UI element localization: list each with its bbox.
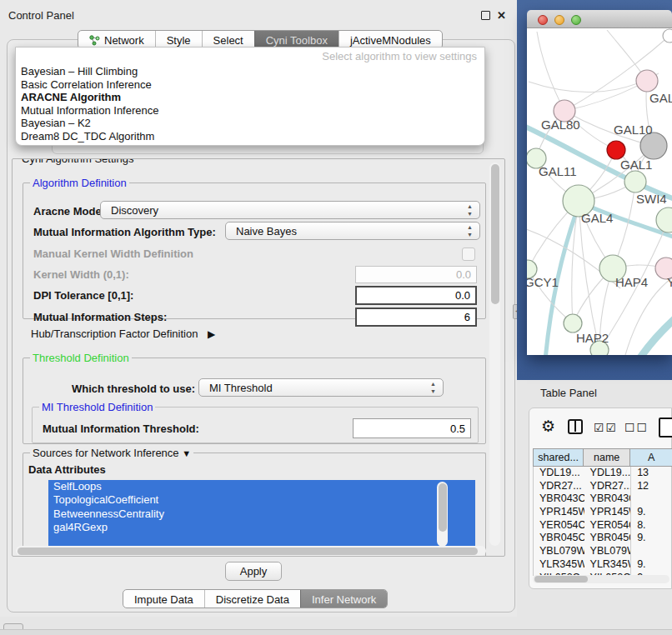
table-row[interactable]: YBR043CYBR043C [534, 492, 672, 506]
threshold-definition-group: Threshold Definition Which threshold to … [23, 358, 486, 444]
network-node-hap2[interactable] [564, 314, 582, 332]
attribute-item-gal4rgexp[interactable]: gal4RGexp [48, 521, 475, 534]
mi-steps-field[interactable] [355, 308, 477, 327]
network-graph: GALGAL80GAL10GAL11GAL1SWI4GAL4GCY1HAP4YH… [527, 28, 672, 355]
network-node-gal1[interactable] [624, 171, 646, 192]
table-cell: YDL19... [584, 467, 631, 480]
table-horizontal-scrollbar[interactable] [533, 575, 669, 583]
table-header-row: shared...nameA [533, 448, 672, 467]
cyni-settings-legend: Cyni Algorithm Settings [19, 158, 136, 165]
table-row[interactable]: YBR045CYBR045C9. [534, 532, 672, 545]
table-cell: YBR045C [584, 532, 631, 545]
node-label-gal1: GAL1 [620, 158, 652, 172]
tab-label: jActiveMNodules [350, 34, 431, 47]
threshold-definition-legend: Threshold Definition [30, 352, 132, 364]
tab-label: Discretize Data [216, 593, 289, 606]
table-cell: 12 [630, 480, 672, 493]
tab-cyni-toolbox[interactable]: Cyni Toolbox [254, 31, 339, 48]
table-cell [630, 492, 672, 506]
float-window-icon[interactable] [481, 11, 490, 20]
apply-button[interactable]: Apply [225, 562, 282, 581]
columns-icon[interactable] [568, 419, 583, 434]
tab-style[interactable]: Style [155, 31, 202, 48]
dpi-tolerance-label: DPI Tolerance [0,1]: [33, 289, 133, 302]
mi-threshold-field[interactable] [353, 418, 471, 438]
tab-discretize-data[interactable]: Discretize Data [204, 590, 300, 608]
mi-algorithm-type-label: Mutual Information Algorithm Type: [33, 226, 216, 238]
algorithm-option-mutual-information-inference[interactable]: Mutual Information Inference [19, 104, 481, 118]
deselect-all-icon[interactable]: ☐☐ [624, 421, 649, 434]
node-label-gal11: GAL11 [539, 164, 577, 178]
table-row[interactable]: YBL079WYBL079W [534, 545, 672, 558]
node-label-gal4: GAL4 [581, 211, 613, 225]
mac-minimize-icon[interactable] [554, 15, 564, 25]
table-row[interactable]: YDR27...YDR27...12 [534, 480, 672, 493]
column-header-a[interactable]: A [630, 448, 672, 467]
select-all-icon[interactable]: ☑☑ [594, 421, 618, 434]
algorithm-option-aracne-algorithm[interactable]: ARACNE Algorithm [19, 91, 481, 104]
attributes-scrollbar[interactable] [437, 482, 448, 547]
network-node[interactable] [607, 141, 625, 159]
manual-kernel-width-checkbox[interactable] [462, 248, 475, 261]
mi-algorithm-type-combo[interactable]: Naive Bayes ▲▼ [225, 222, 480, 240]
edge [537, 32, 564, 111]
sources-legend-text: Sources for Network Inference [33, 447, 179, 459]
table-cell: YBL079W [584, 545, 631, 558]
close-window-icon[interactable]: ✕ [497, 11, 506, 20]
table-cell: 9. [630, 558, 672, 572]
table-cell: YBR043C [584, 492, 631, 506]
gear-icon[interactable]: ⚙ [541, 417, 555, 436]
table-panel-card: ⚙ ☑☑ ☐☐ shared...nameA YDL19...YDL19...1… [529, 408, 672, 589]
tab-network[interactable]: Network [78, 31, 155, 48]
network-node[interactable] [663, 29, 672, 42]
aracne-mode-value: Discovery [111, 204, 158, 217]
table-cell: 9. [630, 532, 672, 545]
table-row[interactable]: YDL19...YDL19...13 [534, 467, 672, 480]
node-label-hap4: HAP4 [615, 275, 648, 289]
network-canvas[interactable]: GALGAL80GAL10GAL11GAL1SWI4GAL4GCY1HAP4YH… [527, 28, 672, 355]
mac-close-icon[interactable] [538, 15, 548, 25]
attribute-item-selfloops[interactable]: SelfLoops [48, 480, 475, 493]
which-threshold-label: Which threshold to use: [72, 382, 195, 395]
settings-vertical-scrollbar[interactable] [489, 162, 500, 546]
which-threshold-combo[interactable]: MI Threshold ▲▼ [198, 378, 444, 397]
mac-zoom-icon[interactable] [571, 15, 581, 25]
algorithm-option-basic-correlation-inference[interactable]: Basic Correlation Inference [19, 78, 481, 92]
mi-algorithm-type-value: Naive Bayes [236, 225, 297, 238]
kernel-width-field[interactable] [355, 266, 477, 283]
tab-select[interactable]: Select [202, 31, 254, 48]
settings-horizontal-scrollbar[interactable] [16, 546, 486, 556]
column-header-shared[interactable]: shared... [533, 448, 584, 467]
mi-threshold-label: Mutual Information Threshold: [43, 422, 199, 435]
algorithm-option-bayesian-hill-climbing[interactable]: Bayesian – Hill Climbing [19, 65, 481, 78]
node-label-gal: GAL [649, 91, 672, 105]
node-label-gal80: GAL80 [541, 118, 580, 132]
algorithm-option-bayesian-k2[interactable]: Bayesian – K2 [19, 117, 481, 130]
node-label-swi4: SWI4 [636, 192, 667, 206]
table-cell: YBL079W [534, 545, 584, 558]
table-cell: YER054C [534, 519, 584, 532]
attribute-item-betweennesscentrality[interactable]: BetweennessCentrality [48, 508, 475, 521]
table-cell: 9. [630, 506, 672, 519]
table-row[interactable]: YPR145WYPR145W9. [534, 506, 672, 519]
table-row[interactable]: YER054CYER054C8. [534, 519, 672, 532]
export-table-icon[interactable] [659, 418, 672, 438]
aracne-mode-combo[interactable]: Discovery ▲▼ [100, 201, 480, 219]
tab-jactivemnodules[interactable]: jActiveMNodules [339, 31, 442, 48]
sources-legend[interactable]: Sources for Network Inference ▼ [30, 447, 193, 459]
attribute-item-topologicalcoefficient[interactable]: TopologicalCoefficient [48, 493, 475, 507]
network-node[interactable] [636, 70, 658, 92]
table-cell: YDR27... [534, 480, 584, 493]
column-header-name[interactable]: name [584, 448, 630, 467]
tab-impute-data[interactable]: Impute Data [123, 590, 204, 608]
algorithm-option-dream8-dc-tdc-algorithm[interactable]: Dream8 DC_TDC Algorithm [19, 130, 481, 143]
network-icon [89, 35, 100, 46]
dpi-tolerance-field[interactable] [355, 286, 477, 305]
mi-threshold-definition-group: MI Threshold Definition Mutual Informati… [32, 407, 479, 443]
network-window-titlebar[interactable] [527, 10, 672, 28]
tab-infer-network[interactable]: Infer Network [300, 590, 387, 608]
table-body: YDL19...YDL19...13YDR27...YDR27...12YBR0… [533, 467, 672, 576]
table-row[interactable]: YLR345WYLR345W9. [534, 558, 672, 572]
network-node[interactable] [656, 208, 672, 232]
hub-definition-toggle[interactable]: Hub/Transcription Factor Definition ▶ [31, 328, 215, 340]
